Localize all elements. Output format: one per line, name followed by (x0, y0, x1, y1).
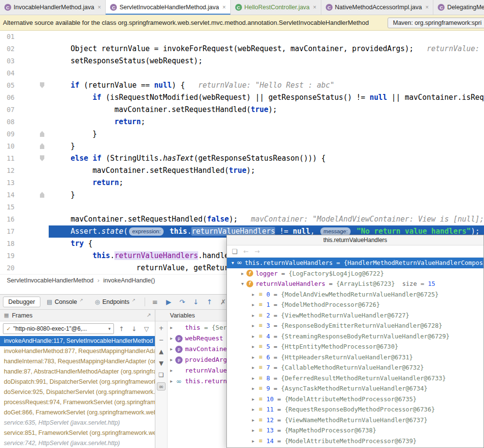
list-item-row[interactable]: ▸≡5 = {HttpEntityMethodProcessor@6730} (227, 341, 484, 352)
open-new-tab-icon[interactable]: ↗ (79, 298, 83, 302)
inspect-root-row[interactable]: ▾∞this.returnValueHandlers = {HandlerMet… (227, 258, 484, 268)
chevron-right-icon[interactable]: ▸ (249, 383, 257, 394)
list-item-row[interactable]: ▸≡4 = {StreamingResponseBodyReturnValueH… (227, 331, 484, 342)
line-number[interactable]: 07 (0, 104, 17, 116)
step-into-icon[interactable]: ↓ (190, 298, 202, 306)
editor-tab[interactable]: CServletInvocableHandlerMethod.java× (106, 0, 230, 15)
chevron-right-icon[interactable]: ▸ (168, 365, 175, 376)
line-number[interactable]: 06 (0, 92, 17, 104)
code-line[interactable]: 04 (0, 67, 484, 79)
stack-frame[interactable]: service:742, HttpServlet (javax.servlet.… (0, 438, 155, 448)
tool-tab-debugger[interactable]: Debugger (3, 297, 40, 307)
step-over-icon[interactable]: ↷ (176, 298, 188, 306)
navigate-forward-icon[interactable]: → (255, 248, 260, 255)
tab-close-icon[interactable]: × (97, 4, 101, 11)
show-execution-point-icon[interactable]: ▶ (163, 298, 174, 306)
list-item-row[interactable]: ▸≡13 = {MapMethodProcessor@6738} (227, 425, 484, 436)
line-number[interactable]: 02 (0, 43, 17, 55)
fold-start-icon[interactable] (40, 155, 44, 161)
chevron-right-icon[interactable]: ▸ (168, 344, 175, 355)
code-line[interactable]: 15 (0, 201, 484, 213)
line-number[interactable]: 19 (0, 250, 17, 262)
tool-tab-console[interactable]: ▤Console↗ (41, 297, 89, 307)
chevron-right-icon[interactable]: ▸ (249, 436, 257, 447)
chevron-right-icon[interactable]: ▸ (249, 362, 257, 373)
code-line[interactable]: 09} (0, 128, 484, 140)
chevron-right-icon[interactable]: ▸ (249, 394, 257, 405)
chevron-right-icon[interactable]: ▸ (249, 415, 257, 426)
code-line[interactable]: 16mavContainer.setRequestHandled(false);… (0, 213, 484, 225)
show-watches-icon[interactable]: ∞ (157, 382, 166, 391)
chevron-right-icon[interactable]: ▸ (239, 268, 246, 279)
tool-tab-endpoints[interactable]: ◎Endpoints↗ (90, 297, 141, 307)
chevron-right-icon[interactable]: ▸ (249, 310, 257, 321)
code-line[interactable]: 02Object returnValue = invokeForRequest(… (0, 43, 484, 55)
frames-options-icon[interactable]: ↗ (147, 312, 151, 318)
stack-frame[interactable]: handle:87, AbstractHandlerMethodAdapter … (0, 367, 155, 377)
code-line[interactable]: 08return; (0, 116, 484, 128)
line-number[interactable]: 14 (0, 189, 17, 201)
stack-frame[interactable]: handleInternal:783, RequestMappingHandle… (0, 356, 155, 367)
editor-tab[interactable]: CDelegatingMetho× (433, 0, 484, 15)
stack-frame[interactable]: doService:925, DispatcherServlet (org.sp… (0, 387, 155, 397)
line-number[interactable]: 08 (0, 116, 17, 128)
chevron-right-icon[interactable]: ▸ (249, 352, 257, 363)
line-number[interactable]: 05 (0, 79, 17, 92)
code-line[interactable]: 03setResponseStatus(webRequest); (0, 55, 484, 67)
list-item-row[interactable]: ▸≡14 = {ModelAttributeMethodProcessor@67… (227, 436, 484, 447)
move-watch-down-icon[interactable]: ▼ (157, 359, 166, 367)
tab-close-icon[interactable]: × (313, 4, 316, 11)
code-line[interactable]: 14} (0, 189, 484, 201)
list-item-row[interactable]: ▸≡0 = {ModelAndViewMethodReturnValueHand… (227, 289, 484, 300)
stack-frame[interactable]: doGet:866, FrameworkServlet (org.springf… (0, 408, 155, 418)
chevron-right-icon[interactable]: ▸ (168, 376, 175, 387)
code-line[interactable]: 05if (returnValue == null) { returnValue… (0, 79, 484, 92)
list-item-row[interactable]: ▸≡10 = {ModelAttributeMethodProcessor@67… (227, 394, 484, 405)
duplicate-watch-icon[interactable]: ❏ (157, 371, 166, 379)
chevron-right-icon[interactable]: ▸ (249, 320, 257, 331)
chevron-down-icon[interactable]: ▾ (229, 258, 237, 268)
line-number[interactable]: 03 (0, 55, 17, 67)
line-number[interactable]: 10 (0, 140, 17, 152)
tab-close-icon[interactable]: × (223, 4, 226, 11)
line-number[interactable]: 12 (0, 165, 17, 177)
editor-tab[interactable]: CNativeMethodAccessorImpl.java× (321, 0, 434, 15)
line-number[interactable]: 15 (0, 201, 17, 213)
thread-selector[interactable]: ✓ "http-nio-8080-exec-1"@6,... ▾ (3, 323, 114, 334)
open-new-tab-icon[interactable]: ↗ (132, 298, 136, 302)
list-item-row[interactable]: ▸≡6 = {HttpHeadersReturnValueHandler@673… (227, 352, 484, 363)
code-line[interactable]: 11else if (StringUtils.hasText(getRespon… (0, 152, 484, 165)
stack-frame[interactable]: processRequest:974, FrameworkServlet (or… (0, 397, 155, 408)
chevron-right-icon[interactable]: ▸ (249, 404, 257, 415)
line-number[interactable]: 01 (0, 31, 17, 43)
list-item-row[interactable]: ▸≡3 = {ResponseBodyEmitterReturnValueHan… (227, 320, 484, 331)
step-out-icon[interactable]: ↑ (204, 298, 215, 306)
stack-frame[interactable]: invokeAndHandle:117, ServletInvocableHan… (0, 336, 155, 346)
line-number[interactable]: 09 (0, 128, 17, 140)
fold-end-icon[interactable] (40, 131, 44, 137)
line-number[interactable]: 13 (0, 177, 17, 189)
editor-tab[interactable]: CHelloRestController.java× (231, 0, 321, 15)
list-item-row[interactable]: ▸≡8 = {DeferredResultMethodReturnValueHa… (227, 373, 484, 384)
chevron-right-icon[interactable]: ▸ (249, 373, 257, 384)
fold-end-icon[interactable] (40, 192, 44, 198)
previous-frame-icon[interactable]: ↑ (119, 325, 124, 333)
chevron-right-icon[interactable]: ▸ (249, 289, 257, 300)
code-line[interactable]: 06if (isRequestNotModified(webRequest) |… (0, 92, 484, 104)
editor-tab[interactable]: CInvocableHandlerMethod.java× (0, 0, 106, 15)
breadcrumb-method[interactable]: invokeAndHandle() (103, 277, 155, 284)
chevron-right-icon[interactable]: ▸ (249, 331, 257, 342)
line-number[interactable]: 20 (0, 262, 17, 274)
field-row[interactable]: ▸flogger = {LogFactory$Log4jLog@6722} (227, 268, 484, 279)
code-line[interactable]: 07mavContainer.setRequestHandled(true); (0, 104, 484, 116)
line-number[interactable]: 11 (0, 152, 17, 165)
inspect-options-icon[interactable]: ❏ (232, 248, 238, 255)
list-item-row[interactable]: ▸≡1 = {ModelMethodProcessor@6726} (227, 299, 484, 310)
chevron-right-icon[interactable]: ▸ (168, 322, 175, 333)
tab-close-icon[interactable]: × (425, 4, 428, 11)
layout-settings-icon[interactable]: ≡ (149, 298, 161, 306)
stack-frame[interactable]: invokeHandlerMethod:877, RequestMappingH… (0, 346, 155, 356)
field-row[interactable]: ▾freturnValueHandlers = {ArrayList@6723}… (227, 279, 484, 289)
list-item-row[interactable]: ▸≡11 = {RequestResponseBodyMethodProcess… (227, 404, 484, 415)
chevron-right-icon[interactable]: ▸ (168, 355, 175, 365)
